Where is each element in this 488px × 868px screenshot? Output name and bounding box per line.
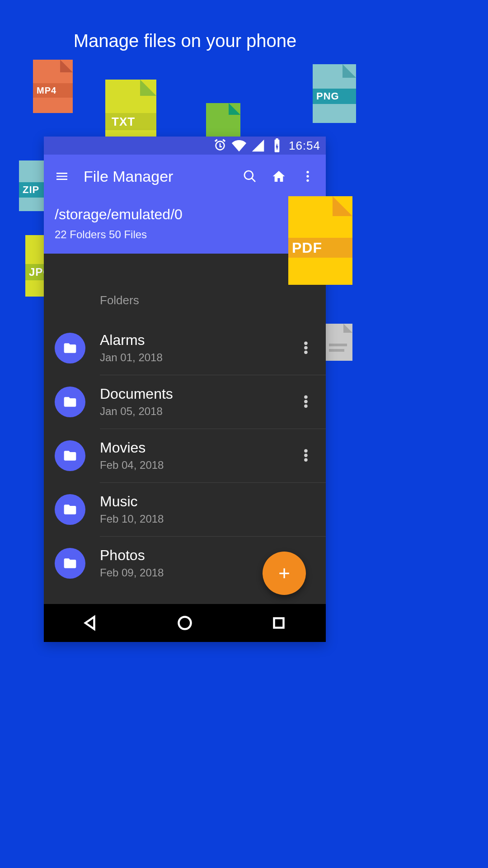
file-badge-pdf: PDF xyxy=(288,196,352,285)
file-badge-mp4: MP4 xyxy=(33,60,73,113)
folder-icon xyxy=(55,440,85,471)
file-badge-label: PNG xyxy=(313,89,356,104)
file-badge-label: MP4 xyxy=(33,83,73,98)
home-icon[interactable] xyxy=(272,169,286,184)
folder-date: Jan 01, 2018 xyxy=(100,351,297,364)
svg-rect-4 xyxy=(274,618,284,628)
search-icon[interactable] xyxy=(243,169,257,184)
battery-charging-icon xyxy=(270,138,284,153)
folder-name: Movies xyxy=(100,439,297,456)
file-badge-label: TXT xyxy=(105,113,156,130)
file-badge-generic-grey xyxy=(324,324,352,361)
android-status-bar: 16:54 xyxy=(44,137,326,155)
folder-icon xyxy=(55,333,85,363)
folder-stats: 22 Folders 50 Files xyxy=(55,226,315,254)
folder-icon xyxy=(55,548,85,579)
row-overflow-icon[interactable]: ••• xyxy=(297,341,315,355)
folder-name: Music xyxy=(100,493,297,510)
app-bar: File Manager /storage/emulated/0 22 Fold… xyxy=(44,155,326,254)
nav-home-icon[interactable] xyxy=(177,615,193,631)
svg-point-1 xyxy=(306,175,309,177)
fab-add-button[interactable]: + xyxy=(263,552,306,595)
folder-date: Jan 05, 2018 xyxy=(100,405,297,418)
svg-point-0 xyxy=(306,171,309,173)
row-overflow-icon[interactable]: ••• xyxy=(297,449,315,462)
wifi-icon xyxy=(232,138,246,153)
folder-date: Feb 04, 2018 xyxy=(100,459,297,472)
overflow-menu-icon[interactable] xyxy=(300,169,315,184)
file-badge-png: PNG xyxy=(313,64,356,123)
nav-recent-icon[interactable] xyxy=(271,615,287,631)
folder-name: Alarms xyxy=(100,332,297,349)
promo-headline: Manage files on your phone xyxy=(0,31,370,51)
android-nav-bar xyxy=(44,604,326,642)
file-badge-label: PDF xyxy=(288,238,352,258)
current-path: /storage/emulated/0 xyxy=(55,198,315,226)
status-time: 16:54 xyxy=(289,139,320,153)
alarm-icon xyxy=(213,138,227,153)
cellular-icon xyxy=(251,138,265,153)
plus-icon: + xyxy=(278,562,290,585)
folder-icon xyxy=(55,494,85,525)
nav-back-icon[interactable] xyxy=(83,615,99,631)
app-title: File Manager xyxy=(84,168,228,185)
file-list: Folders Alarms Jan 01, 2018 ••• Document… xyxy=(44,254,326,604)
folder-row[interactable]: Alarms Jan 01, 2018 ••• xyxy=(44,321,326,375)
folder-row[interactable]: Movies Feb 04, 2018 ••• xyxy=(44,429,326,482)
folder-row[interactable]: Documents Jan 05, 2018 ••• xyxy=(44,375,326,429)
hamburger-icon[interactable] xyxy=(55,169,69,184)
device-frame: 16:54 File Manager /storage/emulated/0 2… xyxy=(44,137,326,642)
section-header-folders: Folders xyxy=(44,254,326,321)
folder-name: Documents xyxy=(100,386,297,402)
svg-point-3 xyxy=(179,617,191,629)
svg-point-2 xyxy=(306,179,309,182)
folder-row[interactable]: Music Feb 10, 2018 ••• xyxy=(44,482,326,536)
row-overflow-icon[interactable]: ••• xyxy=(297,395,315,409)
folder-icon xyxy=(55,387,85,417)
folder-date: Feb 10, 2018 xyxy=(100,513,297,525)
